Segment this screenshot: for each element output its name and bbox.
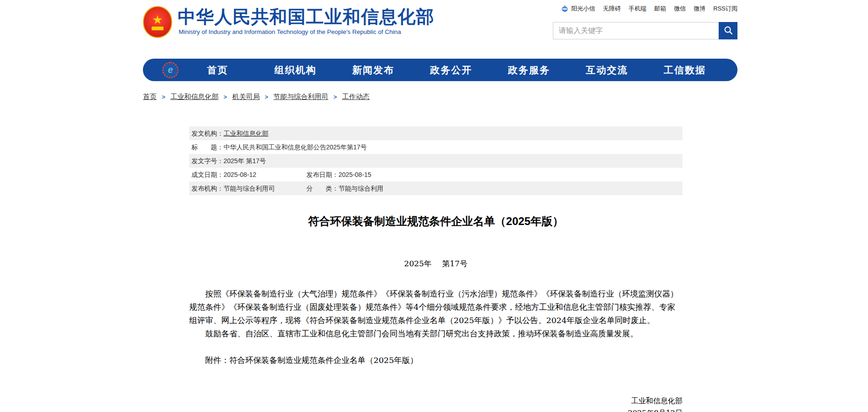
meta-value-written-date: 2025-08-12: [224, 168, 257, 181]
meta-label: 分 类：: [304, 181, 338, 195]
meta-label: 标 题：: [189, 140, 224, 154]
meta-row-title: 标 题： 中华人民共和国工业和信息化部公告2025年第17号: [189, 140, 682, 154]
national-emblem-icon: ★: [143, 6, 172, 38]
search-bar: [553, 22, 737, 39]
site-header: ★ 中华人民共和国工业和信息化部 Ministry of Industry an…: [143, 0, 737, 59]
signature-organization: 工业和信息化部: [631, 395, 682, 407]
signature-date: 2025年8月12日: [628, 407, 682, 412]
body-paragraph-1: 按照《环保装备制造行业（大气治理）规范条件》《环保装备制造行业（污水治理）规范条…: [189, 287, 682, 327]
meta-label: 发文字号：: [189, 154, 224, 168]
site-subtitle-english: Ministry of Industry and Information Tec…: [179, 28, 401, 35]
utility-link-rss[interactable]: RSS订阅: [713, 5, 737, 13]
breadcrumb: 首页 > 工业和信息化部 > 机关司局 > 节能与综合利用司 > 工作动态: [143, 93, 737, 101]
meta-row-doc-number: 发文字号： 2025年 第17号: [189, 154, 682, 168]
nav-item-gov-services[interactable]: 政务服务: [490, 64, 568, 77]
breadcrumb-separator: >: [265, 93, 268, 100]
breadcrumb-separator: >: [224, 93, 227, 100]
nav-item-news[interactable]: 新闻发布: [334, 64, 412, 77]
breadcrumb-energy-dept[interactable]: 节能与综合利用司: [273, 93, 328, 100]
meta-label: 发文机构：: [189, 126, 224, 140]
breadcrumb-separator: >: [333, 93, 337, 100]
meta-row-dates: 成文日期： 2025-08-12 发布日期： 2025-08-15: [189, 168, 682, 181]
nav-item-home[interactable]: 首页: [179, 64, 257, 77]
meta-value-issuing-agency[interactable]: 工业和信息化部: [224, 126, 268, 140]
breadcrumb-miit[interactable]: 工业和信息化部: [170, 93, 218, 100]
meta-value-publisher: 节能与综合利用司: [224, 181, 275, 195]
meta-label: 成文日期：: [189, 168, 224, 181]
breadcrumb-departments[interactable]: 机关司局: [232, 93, 260, 100]
document-meta-table: 发文机构： 工业和信息化部 标 题： 中华人民共和国工业和信息化部公告2025年…: [189, 126, 682, 195]
meta-value-doc-number: 2025年 第17号: [224, 154, 266, 168]
utility-links: 阳光小信 无障碍 手机端 邮箱 微信 微博 RSS订阅: [561, 5, 737, 13]
utility-link-mailbox[interactable]: 邮箱: [654, 5, 666, 13]
meta-label: 发布日期：: [304, 168, 338, 181]
utility-link-label: 阳光小信: [571, 5, 595, 13]
breadcrumb-home[interactable]: 首页: [143, 93, 157, 100]
nav-item-organization[interactable]: 组织机构: [257, 64, 334, 77]
breadcrumb-work-updates[interactable]: 工作动态: [342, 93, 370, 100]
nav-items: 首页 组织机构 新闻发布 政务公开 政务服务 互动交流 工信数据: [179, 64, 737, 77]
main-navigation: e 首页 组织机构 新闻发布 政务公开 政务服务 互动交流 工信数据: [143, 59, 737, 81]
page: ★ 中华人民共和国工业和信息化部 Ministry of Industry an…: [143, 0, 737, 412]
breadcrumb-separator: >: [162, 93, 165, 100]
utility-link-accessibility[interactable]: 无障碍: [603, 5, 621, 13]
document-article: 发文机构： 工业和信息化部 标 题： 中华人民共和国工业和信息化部公告2025年…: [189, 126, 682, 412]
meta-row-issuing-agency: 发文机构： 工业和信息化部: [189, 126, 682, 140]
attachment-link[interactable]: 附件：符合环保装备制造业规范条件企业名单（2025年版）: [189, 354, 682, 367]
meta-label: 发布机构：: [189, 181, 224, 195]
search-button[interactable]: [719, 22, 737, 39]
meta-value-publish-date: 2025-08-15: [338, 168, 371, 181]
utility-link-mobile[interactable]: 手机端: [628, 5, 646, 13]
utility-link-wechat[interactable]: 微信: [674, 5, 686, 13]
document-number: 2025年 第17号: [189, 258, 682, 269]
meta-value-category: 节能与综合利用: [338, 181, 383, 195]
utility-link-weibo[interactable]: 微博: [693, 5, 705, 13]
nav-item-industry-data[interactable]: 工信数据: [646, 64, 724, 77]
search-input[interactable]: [553, 22, 737, 39]
nav-item-interaction[interactable]: 互动交流: [568, 64, 646, 77]
meta-row-publisher-category: 发布机构： 节能与综合利用司 分 类： 节能与综合利用: [189, 181, 682, 195]
meta-value-title: 中华人民共和国工业和信息化部公告2025年第17号: [224, 140, 367, 154]
site-title: 中华人民共和国工业和信息化部: [178, 5, 434, 29]
document-body: 按照《环保装备制造行业（大气治理）规范条件》《环保装备制造行业（污水治理）规范条…: [189, 287, 682, 341]
robot-assistant-icon: [561, 5, 569, 13]
miit-gear-logo-icon: e: [162, 62, 179, 78]
body-paragraph-2: 鼓励各省、自治区、直辖市工业和信息化主管部门会同当地有关部门研究出台支持政策，推…: [189, 327, 682, 341]
signature-block: 工业和信息化部 2025年8月12日: [189, 395, 682, 412]
utility-link-sunshine-assistant[interactable]: 阳光小信: [561, 5, 595, 13]
document-title: 符合环保装备制造业规范条件企业名单（2025年版）: [189, 214, 682, 229]
nav-item-gov-disclosure[interactable]: 政务公开: [412, 64, 490, 77]
search-icon: [723, 25, 733, 37]
